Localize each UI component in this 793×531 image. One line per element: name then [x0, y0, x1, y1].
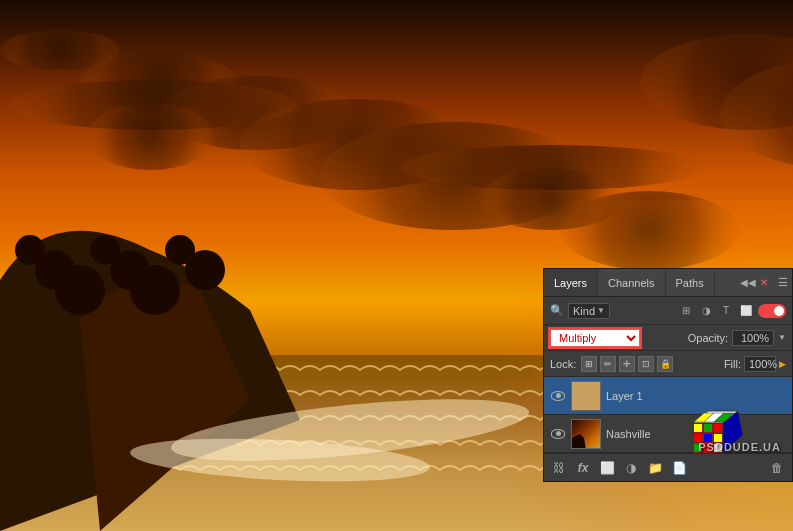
adjustment-filter-button[interactable]: ◑ [698, 303, 714, 319]
add-mask-button[interactable]: ⬜ [598, 459, 616, 477]
panel-window-controls: ◀◀ ✕ [738, 277, 774, 289]
shape-filter-button[interactable]: ⬜ [738, 303, 754, 319]
tab-channels-label: Channels [608, 277, 654, 289]
blend-mode-select[interactable]: Multiply [550, 329, 640, 347]
opacity-label: Opacity: [688, 332, 728, 344]
filter-kind-chevron: ▼ [597, 306, 605, 315]
fill-label: Fill: [724, 358, 741, 370]
layer-item-nashville[interactable]: Nashville [544, 415, 792, 453]
nashville-visibility-button[interactable] [550, 426, 566, 442]
lock-move-button[interactable]: ✛ [619, 356, 635, 372]
layers-panel: Layers Channels Paths ◀◀ ✕ ☰ 🔍 Kind ▼ ⊞ … [543, 268, 793, 482]
nashville-thumbnail [571, 419, 601, 449]
layer-item-layer1[interactable]: Layer 1 [544, 377, 792, 415]
nashville-name: Nashville [606, 428, 786, 440]
panel-footer: ⛓ fx ⬜ ◑ 📁 📄 🗑 [544, 453, 792, 481]
tab-layers[interactable]: Layers [544, 269, 598, 296]
new-layer-button[interactable]: 📄 [670, 459, 688, 477]
add-group-button[interactable]: 📁 [646, 459, 664, 477]
delete-layer-button[interactable]: 🗑 [768, 459, 786, 477]
filter-toggle[interactable] [758, 304, 786, 318]
panel-close-button[interactable]: ✕ [758, 277, 770, 289]
layer1-thumb-color [572, 382, 600, 410]
layer1-thumbnail [571, 381, 601, 411]
panel-menu-button[interactable]: ☰ [774, 276, 792, 289]
fill-arrow-icon: ▶ [779, 359, 786, 369]
link-layers-button[interactable]: ⛓ [550, 459, 568, 477]
panel-collapse-button[interactable]: ◀◀ [742, 277, 754, 289]
panel-tabs: Layers Channels Paths [544, 269, 738, 296]
tab-layers-label: Layers [554, 277, 587, 289]
pixel-filter-button[interactable]: ⊞ [678, 303, 694, 319]
filter-kind-dropdown[interactable]: Kind ▼ [568, 303, 610, 319]
panel-header: Layers Channels Paths ◀◀ ✕ ☰ [544, 269, 792, 297]
lock-label: Lock: [550, 358, 576, 370]
lock-brush-button[interactable]: ✏ [600, 356, 616, 372]
layer1-eye-icon [551, 391, 565, 401]
opacity-chevron: ▼ [778, 333, 786, 342]
tab-paths-label: Paths [676, 277, 704, 289]
fx-button[interactable]: fx [574, 459, 592, 477]
lock-row: Lock: ⊞ ✏ ✛ ⊡ 🔒 Fill: 100% ▶ [544, 351, 792, 377]
layer1-visibility-button[interactable] [550, 388, 566, 404]
type-filter-button[interactable]: T [718, 303, 734, 319]
blend-row: Multiply Opacity: 100% ▼ [544, 325, 792, 351]
add-adjustment-button[interactable]: ◑ [622, 459, 640, 477]
lock-artboard-button[interactable]: ⊡ [638, 356, 654, 372]
filter-kind-label: Kind [573, 305, 595, 317]
tab-paths[interactable]: Paths [666, 269, 715, 296]
nashville-eye-icon [551, 429, 565, 439]
layer1-name: Layer 1 [606, 390, 786, 402]
search-icon: 🔍 [550, 304, 564, 317]
tab-channels[interactable]: Channels [598, 269, 665, 296]
lock-checkerboard-button[interactable]: ⊞ [581, 356, 597, 372]
lock-all-button[interactable]: 🔒 [657, 356, 673, 372]
opacity-value[interactable]: 100% [732, 330, 774, 346]
fill-value[interactable]: 100% [744, 356, 776, 372]
filter-icons: ⊞ ◑ T ⬜ [614, 303, 786, 319]
filter-row: 🔍 Kind ▼ ⊞ ◑ T ⬜ [544, 297, 792, 325]
nashville-thumb-canvas [572, 420, 601, 449]
